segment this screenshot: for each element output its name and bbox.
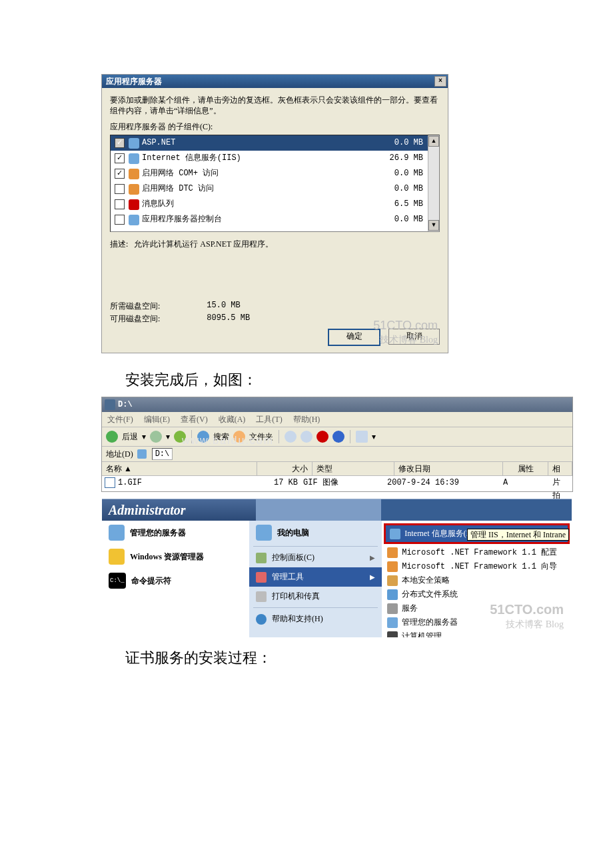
item-label: 管理您的服务器 xyxy=(402,617,458,628)
col-photo[interactable]: 相片拍照 xyxy=(548,462,572,475)
file-type: GIF 图像 xyxy=(298,476,376,489)
separator xyxy=(253,546,378,547)
menu-file[interactable]: 文件(F) xyxy=(107,414,133,425)
submenu-item[interactable]: 本地安全策略 xyxy=(382,573,572,587)
dropdown-arrow[interactable]: ▾ xyxy=(372,432,376,442)
item-my-computer[interactable]: 我的电脑 xyxy=(249,521,382,545)
scroll-up-button[interactable]: ▲ xyxy=(428,136,439,147)
component-size: 0.0 MB xyxy=(394,212,423,227)
watermark: 技术博客 Blog xyxy=(506,619,564,631)
dropdown-arrow[interactable]: ▾ xyxy=(142,432,146,442)
move-icon[interactable] xyxy=(285,431,297,443)
component-icon xyxy=(129,153,139,164)
dropdown-arrow[interactable]: ▾ xyxy=(166,432,170,442)
col-size[interactable]: 大小 xyxy=(257,462,312,475)
printer-icon xyxy=(256,591,267,602)
columns-header[interactable]: 名称 ▲ 大小 类型 修改日期 属性 相片拍照 xyxy=(102,462,572,476)
services-icon xyxy=(387,603,398,614)
submenu-item[interactable]: Microsoft .NET Framework 1.1 配置 xyxy=(382,545,572,559)
component-icon xyxy=(129,169,139,179)
menu-tools[interactable]: 工具(T) xyxy=(256,414,282,425)
separator xyxy=(253,607,378,608)
server-icon xyxy=(109,525,125,541)
component-row[interactable]: ✓ Internet 信息服务(IIS) 26.9 MB xyxy=(111,151,439,166)
menu-fav[interactable]: 收藏(A) xyxy=(219,414,246,425)
views-icon[interactable] xyxy=(356,431,368,443)
description-value: 允许此计算机运行 ASP.NET 应用程序。 xyxy=(134,239,273,249)
address-label: 地址(D) xyxy=(106,449,133,460)
delete-icon[interactable] xyxy=(316,431,328,443)
pinned-item-manage-server[interactable]: 管理您的服务器 xyxy=(102,521,249,545)
close-button[interactable]: × xyxy=(434,76,446,87)
col-date[interactable]: 修改日期 xyxy=(394,462,503,475)
forward-icon[interactable] xyxy=(150,431,162,443)
separator xyxy=(350,430,350,443)
checkbox[interactable]: ✓ xyxy=(115,138,125,148)
component-row[interactable]: ✓ 启用网络 COM+ 访问 0.0 MB xyxy=(111,166,439,181)
watermark: www.baidu.com xyxy=(182,435,274,447)
component-size: 26.9 MB xyxy=(390,151,423,166)
item-label: 本地安全策略 xyxy=(402,575,450,586)
address-value[interactable]: D:\ xyxy=(152,448,173,460)
file-attr: A xyxy=(487,476,524,489)
item-label: 命令提示符 xyxy=(131,575,171,587)
submenu-item[interactable]: Microsoft .NET Framework 1.1 向导 xyxy=(382,559,572,573)
component-row[interactable]: 启用网络 DTC 访问 0.0 MB xyxy=(111,181,439,197)
undo-icon[interactable] xyxy=(332,431,344,443)
submenu-arrow-icon: ▶ xyxy=(370,573,375,581)
menu-help[interactable]: 帮助(H) xyxy=(293,414,320,425)
component-icon xyxy=(129,199,139,210)
checkbox[interactable] xyxy=(115,184,125,194)
item-help[interactable]: 帮助和支持(H) xyxy=(249,609,382,629)
item-control-panel[interactable]: 控制面板(C) ▶ xyxy=(249,548,382,567)
component-row[interactable]: 应用程序服务器控制台 0.0 MB xyxy=(111,212,439,227)
file-row[interactable]: 1.GIF 17 KB GIF 图像 2007-9-24 16:39 A xyxy=(102,476,572,489)
subcomponents-label: 应用程序服务器 的子组件(C): xyxy=(110,121,440,132)
component-size: 0.0 MB xyxy=(394,166,423,181)
computer-mgmt-icon xyxy=(387,631,398,638)
component-name: 消息队列 xyxy=(142,197,174,212)
component-row[interactable]: 消息队列 6.5 MB xyxy=(111,197,439,212)
start-menu: Administrator 管理您的服务器 Windows 资源管理器 C:\_… xyxy=(102,499,572,637)
component-icon xyxy=(129,215,139,225)
server-icon xyxy=(387,617,398,628)
components-list[interactable]: ▲ ▼ ✓ ASP.NET 0.0 MB ✓ Internet 信息服务(IIS… xyxy=(110,135,440,232)
checkbox[interactable]: ✓ xyxy=(115,153,125,163)
component-icon xyxy=(129,184,139,195)
checkbox[interactable] xyxy=(115,215,125,225)
checkbox[interactable] xyxy=(115,199,125,209)
copy-icon[interactable] xyxy=(301,431,312,443)
menu-bar[interactable]: 文件(F) 编辑(E) 查看(V) 收藏(A) 工具(T) 帮助(H) xyxy=(102,412,572,427)
component-size: 0.0 MB xyxy=(394,181,423,197)
user-banner: Administrator xyxy=(102,499,256,521)
scroll-down-button[interactable]: ▼ xyxy=(428,220,439,231)
component-row[interactable]: ✓ ASP.NET 0.0 MB xyxy=(111,135,439,151)
col-type[interactable]: 类型 xyxy=(312,462,394,475)
help-icon xyxy=(256,614,267,625)
col-name[interactable]: 名称 ▲ xyxy=(102,462,257,475)
item-label: 计算机管理 xyxy=(402,631,442,637)
item-printers[interactable]: 打印机和传真 xyxy=(249,587,382,606)
admin-tools-icon xyxy=(256,572,267,583)
pinned-item-cmd[interactable]: C:\_ 命令提示符 xyxy=(102,569,249,593)
submenu-item[interactable]: 分布式文件系统 xyxy=(382,587,572,601)
component-name: Internet 信息服务(IIS) xyxy=(142,151,241,166)
item-admin-tools[interactable]: 管理工具 ▶ xyxy=(249,567,382,587)
caption-text: 证书服务的安装过程： xyxy=(125,648,272,668)
pinned-item-explorer[interactable]: Windows 资源管理器 xyxy=(102,545,249,569)
menu-view[interactable]: 查看(V) xyxy=(181,414,208,425)
col-attr[interactable]: 属性 xyxy=(503,462,548,475)
menu-edit[interactable]: 编辑(E) xyxy=(144,414,170,425)
component-icon xyxy=(129,138,139,149)
dialog-titlebar: 应用程序服务器 × xyxy=(102,75,448,88)
item-label: 帮助和支持(H) xyxy=(272,613,323,625)
back-label[interactable]: 后退 xyxy=(122,431,138,443)
scrollbar[interactable]: ▲ ▼ xyxy=(428,135,439,231)
item-label: 分布式文件系统 xyxy=(402,589,458,600)
disk-needed-label: 所需磁盘空间: xyxy=(110,301,160,312)
dialog-description: 要添加或删除某个组件，请单击旁边的复选框。灰色框表示只会安装该组件的一部分。要查… xyxy=(110,95,440,116)
back-icon[interactable] xyxy=(106,431,118,443)
ok-button[interactable]: 确定 xyxy=(328,329,380,346)
dfs-icon xyxy=(387,589,398,600)
checkbox[interactable]: ✓ xyxy=(115,169,125,179)
